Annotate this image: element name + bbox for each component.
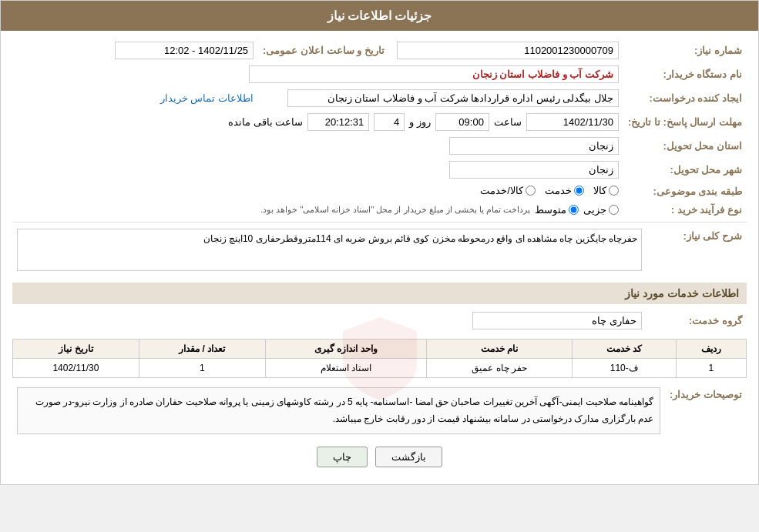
col-tedad: تعداد / مقدار (139, 340, 265, 359)
table-row: 1ف-110حفر چاه عمیقاستاد استعلام11402/11/… (13, 359, 747, 378)
radio-motavaset-label: متوسط (535, 204, 566, 216)
mohlatSaat-value: 09:00 (435, 113, 489, 131)
radio-jozii-input[interactable] (609, 205, 619, 215)
sharhNiaz-label: شرح کلی نیاز: (646, 226, 747, 276)
shomareNiaz-label: شماره نیاز: (623, 38, 747, 62)
radio-khadamat[interactable]: خدمت (545, 185, 584, 196)
cell-tarikhNiaz: 1402/11/30 (13, 359, 139, 378)
noefarayand-label: نوع فرآیند خرید : (623, 201, 747, 219)
bazgasht-button[interactable]: بازگشت (375, 447, 442, 467)
ostanTahvil-value: زنجان (449, 137, 619, 155)
tabaqe-radio-group: کالا خدمت کالا/خدمت (480, 185, 619, 196)
gorohKhadamat-label: گروه خدمت: (646, 309, 747, 333)
radio-kala-label: کالا (593, 185, 606, 196)
shahrTahvil-value: زنجان (449, 161, 619, 179)
radio-kala-input[interactable] (609, 186, 619, 196)
radio-kalaKhadamat-label: کالا/خدمت (480, 185, 523, 196)
tosihKharidar-label: توصیحات خریدار: (665, 384, 747, 437)
page-title: جزئیات اطلاعات نیاز (327, 9, 432, 22)
radio-khadamat-label: خدمت (545, 185, 572, 196)
services-table: ردیف کد خدمت نام خدمت واحد اندازه گیری ت… (12, 339, 747, 378)
button-bar: بازگشت چاپ (12, 437, 747, 477)
sharhNiaz-textarea (17, 229, 642, 271)
tarikhSaat-value: 1402/11/25 - 12:02 (115, 42, 254, 59)
services-section-header: اطلاعات خدمات مورد نیاز (12, 283, 747, 304)
radio-kalaKhadamat[interactable]: کالا/خدمت (480, 185, 536, 196)
ejadKonande-value: جلال بیگدلی رئیس اداره قراردادها شرکت آب… (287, 89, 619, 107)
cell-vahadAndazegiri: استاد استعلام (265, 359, 427, 378)
cell-kodKhadamat: ف-110 (572, 359, 676, 378)
shahrTahvil-label: شهر محل تحویل: (623, 158, 747, 182)
mohlatRoz-value: 4 (374, 113, 405, 131)
radio-kala[interactable]: کالا (593, 185, 619, 196)
page-header: جزئیات اطلاعات نیاز (1, 1, 758, 31)
shomareNiaz-value: 1102001230000709 (397, 42, 619, 59)
radio-khadamat-input[interactable] (574, 186, 584, 196)
col-tarikhNiaz: تاریخ نیاز (13, 340, 139, 359)
mohlatDate-value: 1402/11/30 (526, 113, 619, 131)
gorohKhadamat-value: حفاری چاه (472, 312, 642, 330)
radio-motavaset-input[interactable] (569, 205, 579, 215)
mohlatRoz-label: روز و (409, 116, 431, 128)
namDastgah-value: شرکت آب و فاضلاب استان زنجان (249, 65, 619, 83)
radio-jozii[interactable]: جزیی (583, 204, 619, 216)
namDastgah-label: نام دستگاه خریدار: (623, 62, 747, 86)
col-radif: ردیف (676, 340, 746, 359)
tosihKharidar-value: گواهینامه صلاحیت ایمنی-آگهی آخرین تغییرا… (17, 387, 660, 434)
col-namKhadamat: نام خدمت (427, 340, 573, 359)
col-kodKhadamat: کد خدمت (572, 340, 676, 359)
chap-button[interactable]: چاپ (317, 447, 368, 467)
radio-jozii-label: جزیی (583, 204, 606, 216)
mohlatErsal-label: مهلت ارسال پاسخ: تا تاریخ: (623, 110, 747, 134)
cell-namKhadamat: حفر چاه عمیق (427, 359, 573, 378)
ostanTahvil-label: استان محل تحویل: (623, 134, 747, 158)
cell-tedad: 1 (139, 359, 265, 378)
tarikhSaat-label: تاریخ و ساعت اعلان عمومی: (258, 38, 392, 62)
noefarayand-note: پرداخت تمام یا بخشی از مبلغ خریدار از مح… (260, 205, 530, 215)
mohlatSaatBaqi-value: 20:12:31 (307, 113, 369, 131)
cell-radif: 1 (676, 359, 746, 378)
ejadKonande-label: ایجاد کننده درخواست: (623, 86, 747, 110)
ettelaatTamas-link[interactable]: اطلاعات تماس خریدار (160, 92, 254, 104)
radio-kalaKhadamat-input[interactable] (526, 186, 536, 196)
radio-motavaset[interactable]: متوسط (535, 204, 579, 216)
mohlatSaatBaqi-label: ساعت باقی مانده (228, 116, 303, 128)
tabaqeBandee-label: طبقه بندی موضوعی: (623, 182, 747, 201)
col-vahadAndaze: واحد اندازه گیری (265, 340, 427, 359)
mohlatSaat-label: ساعت (494, 116, 522, 128)
